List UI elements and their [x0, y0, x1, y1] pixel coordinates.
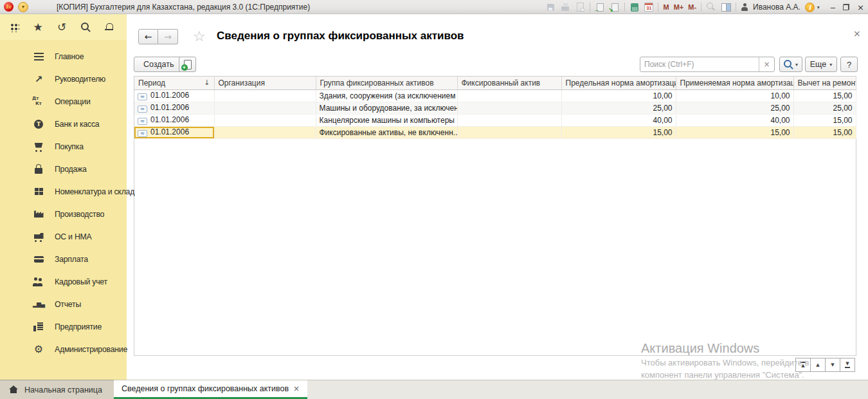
column-header-period[interactable]: Период↓ [134, 77, 214, 89]
cell-group[interactable]: Здания, сооружения (за исключением ... [316, 89, 457, 102]
memory-m-minus-button[interactable]: M- [688, 4, 696, 11]
zoom-icon[interactable] [706, 2, 716, 12]
apps-grid-icon[interactable] [8, 21, 20, 33]
notifications-bell-icon[interactable] [104, 21, 115, 33]
memory-m-plus-button[interactable]: M+ [674, 4, 684, 11]
favorite-star-icon[interactable]: ☆ [193, 30, 206, 44]
cell-repair_deduction[interactable]: 15,00 [793, 89, 856, 102]
column-header-asset[interactable]: Фиксированный актив [457, 77, 561, 89]
cell-asset[interactable] [457, 102, 561, 114]
cell-applied_rate[interactable]: 25,00 [676, 102, 793, 114]
table-row[interactable]: 01.01.2006Канцелярские машины и компьюте… [134, 114, 856, 126]
sidebar-item-production[interactable]: Производство [0, 203, 127, 225]
form-close-icon[interactable]: × [853, 28, 861, 39]
register-table: Период↓ОрганизацияГруппа фиксированных а… [134, 76, 856, 356]
cell-applied_rate[interactable]: 10,00 [676, 89, 793, 102]
cell-asset[interactable] [457, 89, 561, 102]
search-clear-icon[interactable]: × [759, 57, 774, 71]
sidebar-item-purchase[interactable]: Покупка [0, 135, 127, 158]
favorites-star-icon[interactable]: ★ [32, 21, 44, 33]
cell-group[interactable]: Машины и оборудование, за исключен... [316, 102, 457, 114]
global-search-icon[interactable] [80, 21, 91, 33]
restore-button[interactable] [843, 4, 849, 10]
more-button[interactable]: Еще ▾ [805, 57, 837, 72]
create-button[interactable]: Создать [134, 57, 184, 72]
info-icon[interactable]: i [805, 3, 815, 12]
column-header-organization[interactable]: Организация [214, 77, 316, 89]
scroll-down-button[interactable]: ▼ [825, 358, 840, 372]
sidebar-item-inventory[interactable]: Номенклатура и склад [0, 180, 127, 203]
cell-limit_rate[interactable]: 40,00 [561, 114, 676, 126]
separator [701, 3, 701, 12]
memory-m-button[interactable]: M [663, 4, 669, 11]
clipboard-copy-icon[interactable] [610, 2, 620, 12]
sidebar-item-administration[interactable]: Администрирование [0, 338, 127, 360]
column-header-repair_deduction[interactable]: Вычет на ремонт [793, 77, 856, 89]
search-button[interactable]: ▾ [779, 57, 802, 72]
scroll-to-bottom-button[interactable]: ▼ [840, 358, 855, 372]
cell-period[interactable]: 01.01.2006 [134, 114, 214, 126]
table-row[interactable]: 01.01.2006Здания, сооружения (за исключе… [134, 89, 856, 102]
sidebar-item-bank-cash[interactable]: Банк и касса [0, 113, 127, 135]
cell-period[interactable]: 01.01.2006 [134, 89, 214, 102]
table-row[interactable]: 01.01.2006Фиксированные активы, не включ… [134, 126, 856, 138]
column-header-limit_rate[interactable]: Предельная норма амортизации [561, 77, 676, 89]
sidebar-item-sale[interactable]: Продажа [0, 158, 127, 180]
cell-limit_rate[interactable]: 10,00 [561, 89, 676, 102]
main-menu-button[interactable]: ▾ [18, 2, 28, 12]
forward-button[interactable]: → [158, 29, 178, 44]
scroll-up-button[interactable]: ▲ [810, 358, 826, 372]
history-icon[interactable]: ↺ [56, 21, 68, 33]
help-button[interactable]: ? [840, 57, 858, 72]
print-preview-icon[interactable] [575, 2, 585, 12]
cell-repair_deduction[interactable]: 15,00 [793, 126, 856, 138]
sidebar-item-home[interactable]: Главное [0, 45, 127, 68]
column-header-group[interactable]: Группа фиксированных активов [316, 77, 457, 89]
cell-applied_rate[interactable]: 15,00 [676, 126, 793, 138]
cell-limit_rate[interactable]: 15,00 [561, 126, 676, 138]
cell-period[interactable]: 01.01.2006 [134, 102, 214, 114]
column-header-applied_rate[interactable]: Применяемая норма амортизации [676, 77, 793, 89]
back-button[interactable]: ← [138, 29, 158, 44]
cell-organization[interactable] [214, 126, 316, 138]
cell-applied_rate[interactable]: 40,00 [676, 114, 793, 126]
print-icon[interactable] [560, 2, 570, 12]
cell-asset[interactable] [457, 126, 561, 138]
calculator-icon[interactable] [629, 2, 640, 12]
minimize-button[interactable]: – [831, 3, 835, 12]
create-copy-button[interactable] [179, 57, 196, 72]
home-page-tab[interactable]: Начальная страница [0, 380, 114, 399]
split-view-icon[interactable] [721, 2, 731, 12]
sidebar-item-hr[interactable]: Кадровый учет [0, 270, 127, 293]
cell-organization[interactable] [214, 102, 316, 114]
sidebar-item-enterprise[interactable]: Предприятие [0, 315, 127, 338]
cell-repair_deduction[interactable]: 25,00 [793, 102, 856, 114]
tab-fixed-asset-groups[interactable]: Сведения о группах фиксированных активов… [114, 380, 307, 399]
user-name[interactable]: Иванова А.А. [753, 3, 800, 12]
cell-group[interactable]: Канцелярские машины и компьютеры [316, 114, 457, 126]
info-dropdown-arrow-icon[interactable]: ▾ [817, 5, 820, 10]
search-input[interactable] [640, 57, 759, 71]
sidebar-item-salary[interactable]: Зарплата [0, 248, 127, 270]
sidebar-item-operations[interactable]: Операции [0, 90, 127, 113]
sidebar-item-reports[interactable]: Отчеты [0, 293, 127, 315]
table-row[interactable]: 01.01.2006Машины и оборудование, за искл… [134, 102, 856, 114]
sidebar-item-label: ОС и НМА [55, 232, 91, 241]
history-nav-group: ← → [138, 29, 178, 44]
clipboard-paste-icon[interactable] [595, 2, 605, 12]
cell-group[interactable]: Фиксированные активы, не включенн... [316, 126, 457, 138]
cell-asset[interactable] [457, 114, 561, 126]
cell-organization[interactable] [214, 89, 316, 102]
sidebar-item-fixed-assets[interactable]: ОС и НМА [0, 225, 127, 248]
window-controls: – × [831, 3, 864, 12]
cell-organization[interactable] [214, 114, 316, 126]
cell-period[interactable]: 01.01.2006 [134, 126, 214, 138]
window-close-button[interactable]: × [857, 3, 864, 12]
save-icon[interactable] [545, 2, 556, 12]
cell-limit_rate[interactable]: 25,00 [561, 102, 676, 114]
sidebar-item-manager[interactable]: Руководителю [0, 68, 127, 90]
calendar-icon[interactable]: 31 [644, 3, 653, 12]
tab-close-icon[interactable]: × [293, 384, 300, 393]
cell-repair_deduction[interactable]: 15,00 [793, 114, 856, 126]
scroll-to-top-button[interactable]: ▲ [795, 358, 811, 372]
